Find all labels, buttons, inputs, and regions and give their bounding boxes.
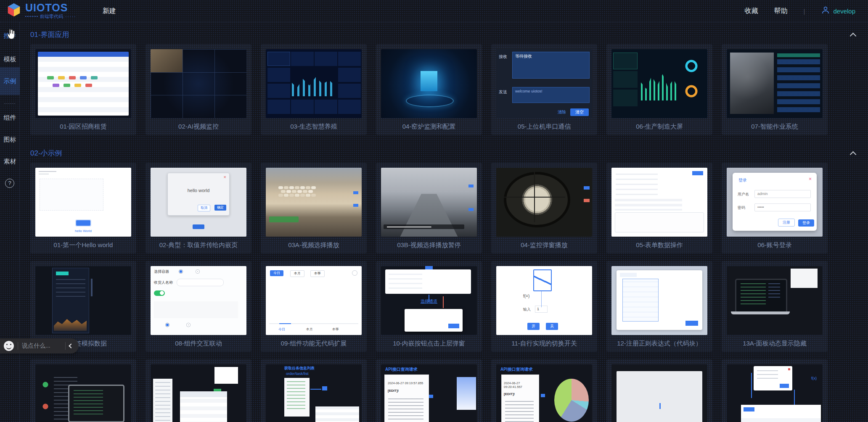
example-thumbnail <box>611 364 707 422</box>
example-thumbnail: 接收等待接收发送welcome uiotos!清除清空 <box>496 49 592 118</box>
user-menu[interactable]: develop <box>821 5 855 16</box>
example-card[interactable]: 登录×用户名admin密码•••••注册登录 06-账号登录 <box>722 163 828 253</box>
example-thumbnail: 选择容器收货人名称 <box>151 266 246 335</box>
chevron-up-icon[interactable] <box>850 32 857 39</box>
example-card-label: 12-注册正则表达式（代码块） <box>611 335 707 352</box>
sidebar-divider <box>4 103 15 104</box>
example-thumbnail <box>611 168 707 237</box>
thumb-text: API接口查询请求 <box>500 367 533 372</box>
example-thumbnail <box>611 49 707 118</box>
thumb-text: 等待接收 <box>512 52 590 79</box>
example-card[interactable]: 12-注册正则表达式（代码块） <box>606 261 712 352</box>
thumb-text: 开 <box>527 323 540 330</box>
sidebar-item-materials[interactable]: 素材 <box>0 156 20 167</box>
example-card-label: 05-表单数据操作 <box>611 237 707 253</box>
thumb-text: 清空 <box>570 108 589 116</box>
example-card-label: 01-第一个Hello world <box>35 237 131 253</box>
example-card[interactable]: 07-智能作业系统 <box>722 44 828 135</box>
thumb-text: 关 <box>546 323 558 330</box>
cube-logo-icon <box>6 2 22 20</box>
example-card[interactable]: 03A-视频选择播放 <box>261 163 367 253</box>
thumb-text: 本季 <box>310 270 325 277</box>
sidebar-item-components[interactable]: 组件 <box>0 112 20 123</box>
topbar-divider: | <box>804 8 805 15</box>
app-logo[interactable]: UIOTOS 前端零代码 ····· <box>6 2 77 20</box>
thumb-text: 本月 <box>290 270 304 277</box>
thumb-text: 今日 <box>278 327 285 332</box>
section-header-small-examples: 02-小示例 <box>30 146 868 160</box>
example-card[interactable]: 13A-面板动态显示隐藏 <box>722 261 828 352</box>
example-card[interactable]: 05-表单数据操作 <box>606 163 712 253</box>
example-card[interactable]: 选择容器收货人名称 08-组件交互联动 <box>146 261 251 352</box>
help-button[interactable]: 帮助 <box>774 7 788 16</box>
example-thumbnail: f(x) <box>727 364 823 422</box>
example-card[interactable]: API接口查询请求2024-06-27 09:19:57.855[EDIT]! <box>376 359 482 422</box>
example-card[interactable]: 03B-视频选择播放暂停 <box>376 163 482 253</box>
example-card-label: 10-内嵌按钮点击上层弹窗 <box>381 335 477 352</box>
example-card[interactable] <box>606 359 712 422</box>
example-card[interactable]: hello World 01-第一个Hello world <box>30 163 136 253</box>
example-card-label: 05-上位机串口通信 <box>496 118 592 135</box>
app-subtitle: 前端零代码 ····· <box>25 13 77 20</box>
thumb-text: 获取任务信息列表 <box>284 366 315 371</box>
example-thumbnail: ×hello world取消确定 <box>151 168 246 237</box>
thumb-text: admin <box>754 190 811 198</box>
thumb-text: 本月 <box>306 327 313 332</box>
example-card[interactable]: 04-监控弹窗播放 <box>491 163 597 253</box>
example-thumbnail <box>151 49 246 118</box>
example-card-label: 07-智能作业系统 <box>727 118 823 135</box>
example-card[interactable]: 02-AI视频监控 <box>146 44 251 135</box>
subtitle-dots: ····· <box>65 14 77 19</box>
example-card[interactable]: f(x) <box>722 359 828 422</box>
chevron-left-icon[interactable] <box>69 343 73 348</box>
card-grid-interface-apps: 01-园区招商租赁 02-AI视频监控 03-生态智慧养殖 04-窑炉监测和配置… <box>30 44 868 135</box>
example-card[interactable]: 接收等待接收发送welcome uiotos!清除清空 05-上位机串口通信 <box>491 44 597 135</box>
chevron-up-icon[interactable] <box>850 151 857 158</box>
example-thumbnail <box>35 266 131 335</box>
example-card[interactable] <box>30 359 136 422</box>
example-thumbnail <box>381 49 477 118</box>
favorites-button[interactable]: 收藏 <box>745 7 758 16</box>
thumb-text: f(x) <box>811 376 817 381</box>
thumb-text: 选择容器 <box>154 269 169 274</box>
main-content: 01-界面应用 01-园区招商租赁 02-AI视频监控 03-生态智慧养殖 04… <box>20 22 868 422</box>
example-thumbnail <box>496 168 592 237</box>
example-card[interactable]: 04-窑炉监测和配置 <box>376 44 482 135</box>
example-card[interactable]: 03-生态智慧养殖 <box>261 44 367 135</box>
chat-bar[interactable]: 说点什么... <box>0 338 79 353</box>
example-card[interactable]: 今日本月本季今日本月本季 09-组件功能无代码扩展 <box>261 261 367 352</box>
example-card[interactable]: f(=)输入1开关 11-自行实现的切换开关 <box>491 261 597 352</box>
thumb-text: × <box>224 174 226 180</box>
top-bar: UIOTOS 前端零代码 ····· 新建 收藏 帮助 | develop <box>0 0 868 22</box>
example-card[interactable]: 06-生产制造大屏 <box>606 44 712 135</box>
example-card[interactable] <box>146 359 251 422</box>
example-card[interactable]: 选择通道 10-内嵌按钮点击上层弹窗 <box>376 261 482 352</box>
thumb-text: × <box>809 176 812 182</box>
example-card[interactable]: 获取任务信息列表order/task/list <box>261 359 367 422</box>
question-circle-icon[interactable]: ? <box>5 179 14 188</box>
sidebar-item-widgets[interactable]: 控件 <box>0 30 20 41</box>
example-thumbnail: 选择通道 <box>381 266 477 335</box>
example-card[interactable]: API接口查询请求2024-06-27 09:20:41.557[EDIT]! <box>491 359 597 422</box>
thumb-text: [EDIT]! <box>504 392 515 396</box>
thumb-text: 登录 <box>738 178 747 183</box>
example-card[interactable]: 01-园区招商租赁 <box>30 44 136 135</box>
card-grid-small-examples: hello World 01-第一个Hello world ×hello wor… <box>30 163 868 422</box>
thumb-text: f(=) <box>523 294 529 299</box>
smiley-face-icon[interactable] <box>4 341 14 351</box>
thumb-text: hello world <box>151 188 246 194</box>
example-thumbnail <box>35 364 131 422</box>
thumb-text: 2024-06-27 09:20:41.557 <box>504 381 532 389</box>
chat-input[interactable]: 说点什么... <box>22 342 61 350</box>
sidebar-item-examples[interactable]: 示例 <box>0 67 20 95</box>
example-card-label: 02-AI视频监控 <box>151 118 246 135</box>
thumb-text: hello World <box>35 229 131 233</box>
example-card[interactable]: ×hello world取消确定 02-典型：取值并传给内嵌页 <box>146 163 251 253</box>
example-thumbnail <box>151 364 246 422</box>
example-thumbnail <box>35 49 131 118</box>
example-thumbnail: API接口查询请求2024-06-27 09:20:41.557[EDIT]! <box>496 364 592 422</box>
sidebar-item-templates[interactable]: 模板 <box>0 54 20 65</box>
sidebar-item-icons[interactable]: 图标 <box>0 134 20 145</box>
menu-new-button[interactable]: 新建 <box>103 7 116 16</box>
example-thumbnail: hello World <box>35 168 131 237</box>
